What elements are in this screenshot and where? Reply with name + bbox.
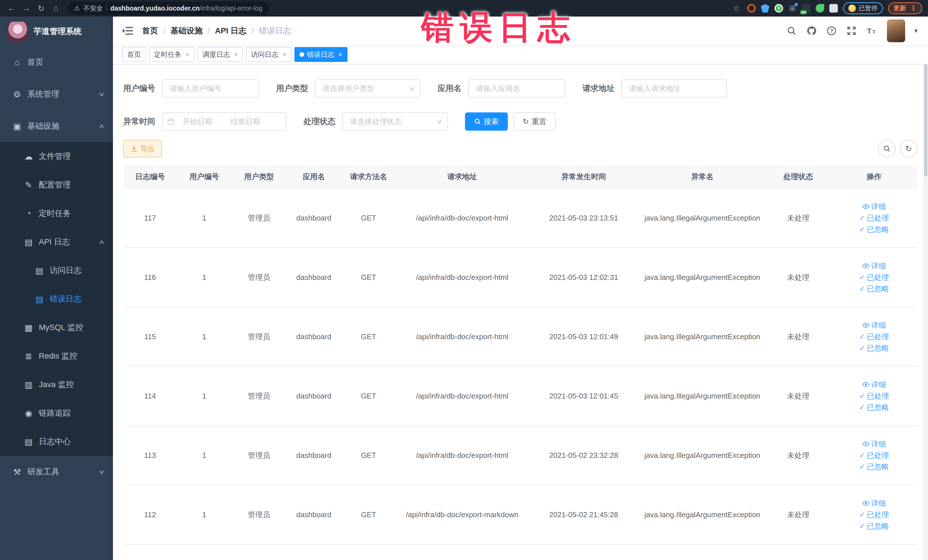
close-icon[interactable]: × (185, 50, 189, 58)
sidebar-item-文件管理[interactable]: ☁文件管理 (0, 142, 113, 171)
sidebar-item-Redis 监控[interactable]: ≣Redis 监控 (0, 342, 113, 370)
reload-icon[interactable]: ↻ (35, 4, 47, 13)
sidebar-item-日志中心[interactable]: ▤日志中心 (0, 427, 113, 456)
chevron-down-icon: ∨ (409, 85, 415, 92)
mark-ignored-link[interactable]: ✓已忽略 (859, 285, 889, 292)
breadcrumb-link[interactable]: 首页 (142, 25, 158, 36)
user-type-select[interactable]: 请选择用户类型 ∨ (315, 79, 420, 98)
breadcrumb-link[interactable]: API 日志 (215, 25, 246, 36)
sidebar-item-链路追踪[interactable]: ◉链路追踪 (0, 399, 113, 427)
avatar-caret-down-icon[interactable]: ▼ (913, 27, 919, 34)
help-icon[interactable]: ? (824, 23, 839, 39)
sidebar-item-系统管理[interactable]: ⚙系统管理∨ (0, 78, 113, 110)
browser-menu-icon[interactable]: ⋮ (910, 4, 917, 12)
mark-processed-link[interactable]: ✓已处理 (859, 333, 889, 340)
sidebar-item-错误日志[interactable]: ▤错误日志 (0, 285, 113, 313)
detail-link[interactable]: 详细 (862, 262, 886, 270)
address-bar[interactable]: ⚠ 不安全 dashboard.yudao.iocoder.cn/infra/l… (67, 2, 269, 15)
not-secure-icon: ⚠ (74, 5, 80, 12)
mark-processed-link[interactable]: ✓已处理 (859, 392, 889, 400)
reset-button[interactable]: ↻ 重置 (513, 112, 556, 131)
mark-ignored-link[interactable]: ✓已忽略 (859, 404, 889, 411)
detail-link[interactable]: 详细 (862, 440, 886, 448)
cell-status: 未处理 (766, 366, 831, 426)
cell-user_type: 管理员 (232, 248, 286, 307)
sidebar-menu: ⌂首页⚙系统管理∨▣基础设施∧☁文件管理✎配置管理◔定时任务▤API 日志∧▤访… (0, 46, 113, 488)
sidebar-item-研发工具[interactable]: ⚒研发工具∨ (0, 456, 113, 488)
tab-首页[interactable]: 首页 (122, 47, 146, 62)
update-badge[interactable]: 更新 ⋮ (888, 2, 922, 14)
cell-id: 116 (123, 248, 177, 307)
eye-icon (862, 441, 870, 447)
mark-processed-link[interactable]: ✓已处理 (859, 214, 889, 222)
sidebar-item-配置管理[interactable]: ✎配置管理 (0, 171, 113, 199)
cell-time: 2021-05-03 12:01:49 (528, 307, 639, 366)
search-icon[interactable] (784, 23, 800, 39)
mark-ignored-link[interactable]: ✓已忽略 (859, 463, 889, 470)
breadcrumb-link[interactable]: 基础设施 (171, 25, 203, 36)
sidebar-item-定时任务[interactable]: ◔定时任务 (0, 199, 113, 227)
user-id-input[interactable] (162, 79, 259, 98)
cell-exception: java.lang.IllegalArgumentException (639, 426, 766, 485)
sidebar-item-API 日志[interactable]: ▤API 日志∧ (0, 227, 113, 256)
refresh-table-button[interactable]: ↻ (900, 140, 917, 157)
sidebar-item-MySQL 监控[interactable]: ▦MySQL 监控 (0, 313, 113, 342)
extensions-puzzle-icon[interactable] (829, 4, 838, 12)
mark-ignored-link[interactable]: ✓已忽略 (859, 344, 889, 352)
start-date-input[interactable] (177, 117, 218, 126)
cell-user_type: 管理员 (232, 485, 286, 544)
tab-调度日志[interactable]: 调度日志× (197, 47, 243, 62)
close-icon[interactable]: × (338, 50, 342, 58)
user-type-label: 用户类型 (276, 83, 308, 94)
forward-icon[interactable]: → (21, 4, 32, 13)
chevron-up-icon: ∧ (98, 238, 105, 245)
user-avatar[interactable] (887, 20, 905, 42)
extension-icon-tampermonkey[interactable]: on (802, 4, 810, 12)
bookmark-star-icon[interactable]: ☆ (731, 4, 742, 13)
cell-app: dashboard (286, 307, 341, 366)
detail-link[interactable]: 详细 (862, 203, 886, 210)
eye-icon (862, 500, 870, 506)
toggle-search-button[interactable] (878, 140, 896, 157)
mark-processed-link[interactable]: ✓已处理 (859, 452, 889, 459)
sidebar-item-首页[interactable]: ⌂首页 (0, 46, 113, 78)
sidebar-toggle-icon[interactable] (122, 26, 133, 35)
detail-link[interactable]: 详细 (862, 499, 886, 507)
tab-错误日志[interactable]: 错误日志× (295, 47, 348, 62)
breadcrumb-current: 错误日志 (259, 25, 291, 36)
sidebar-item-Java 监控[interactable]: ▥Java 监控 (0, 370, 113, 399)
back-icon[interactable]: ← (6, 4, 17, 13)
extension-icon-grid[interactable]: ⊞ (788, 4, 797, 12)
breadcrumb-separator: / (163, 26, 165, 35)
fullscreen-icon[interactable] (844, 23, 859, 39)
cell-exception: java.lang.IllegalArgumentException (639, 248, 766, 307)
export-button[interactable]: 导出 (123, 140, 162, 157)
end-date-input[interactable] (225, 117, 266, 126)
home-icon[interactable]: ⌂ (50, 4, 62, 13)
mark-ignored-link[interactable]: ✓已忽略 (859, 522, 889, 530)
sidebar-item-访问日志[interactable]: ▤访问日志 (0, 256, 113, 285)
tab-访问日志[interactable]: 访问日志× (246, 47, 292, 62)
tab-定时任务[interactable]: 定时任务× (149, 47, 195, 62)
extension-icon-orange[interactable] (747, 4, 756, 12)
mark-processed-link[interactable]: ✓已处理 (859, 273, 889, 281)
request-url-input[interactable] (621, 79, 727, 98)
mark-processed-link[interactable]: ✓已处理 (859, 511, 889, 518)
font-size-icon[interactable]: TT (864, 23, 879, 39)
close-icon[interactable]: × (282, 50, 286, 58)
app-logo[interactable]: 芋道管理系统 (0, 17, 113, 46)
exception-time-range-picker[interactable]: - (162, 112, 286, 131)
mark-ignored-link[interactable]: ✓已忽略 (859, 226, 889, 233)
detail-link[interactable]: 详细 (862, 381, 886, 388)
sidebar-item-基础设施[interactable]: ▣基础设施∧ (0, 110, 113, 142)
extension-icon-v[interactable]: V (774, 4, 783, 12)
app-name-input[interactable] (469, 79, 565, 98)
extension-icon-sprout[interactable] (816, 4, 824, 12)
extension-icon-shield[interactable] (761, 4, 769, 12)
detail-link[interactable]: 详细 (862, 322, 886, 329)
close-icon[interactable]: × (234, 50, 238, 58)
process-status-select[interactable]: 请选择处理状态 ∨ (342, 112, 448, 131)
search-button[interactable]: 搜索 (465, 112, 508, 131)
paused-badge[interactable]: 已暂停 (843, 2, 883, 14)
github-icon[interactable] (804, 23, 820, 39)
